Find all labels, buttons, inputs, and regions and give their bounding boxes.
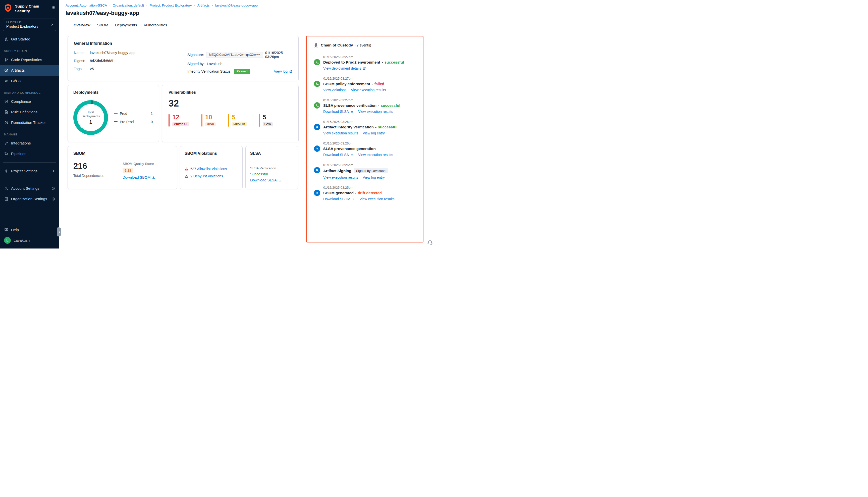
legend-value: 1 bbox=[151, 112, 153, 116]
custody-event-slsa-verification: 01/16/2025 03:27pm SLSA provenance verif… bbox=[314, 98, 416, 114]
sidebar-item-remediation-tracker[interactable]: Remediation Tracker bbox=[0, 117, 59, 128]
download-slsa-link[interactable]: Download SLSA bbox=[250, 178, 293, 182]
tab-overview[interactable]: Overview bbox=[74, 20, 90, 30]
download-sbom-link[interactable]: Download SBOM bbox=[323, 197, 355, 201]
view-violations-link[interactable]: View violations bbox=[323, 88, 346, 92]
harness-scs-logo bbox=[3, 3, 13, 13]
event-status: failed bbox=[375, 82, 384, 86]
severity-low: 5 LOW bbox=[259, 114, 273, 127]
sidebar-item-code-repositories[interactable]: Code Repositories bbox=[0, 55, 59, 65]
scan-step-icon bbox=[314, 190, 320, 196]
view-execution-results-link[interactable]: View execution results bbox=[359, 197, 394, 201]
deny-list-violations-link[interactable]: 2 Deny list Violations bbox=[185, 174, 238, 178]
legend-swatch bbox=[114, 121, 117, 122]
tab-deployments[interactable]: Deployments bbox=[115, 20, 137, 30]
severity-count: 5 bbox=[232, 114, 247, 120]
breadcrumb-project[interactable]: Project: Product Exploratory bbox=[149, 3, 192, 7]
custody-timeline: 01/16/2025 03:27pm Deployed to Prod2 env… bbox=[314, 55, 416, 201]
sidebar-item-help[interactable]: Help bbox=[0, 224, 59, 235]
sidebar-item-label: Account Settings bbox=[11, 186, 40, 190]
sidebar-item-label: Artifacts bbox=[11, 68, 25, 72]
chevron-right-icon bbox=[52, 169, 55, 173]
divider bbox=[3, 221, 56, 221]
nav-section-supply-chain: SUPPLY CHAIN bbox=[0, 44, 59, 55]
card-title: SBOM Violations bbox=[185, 151, 238, 156]
view-execution-results-link[interactable]: View execution results bbox=[323, 175, 358, 180]
custody-event-policy-enforcement: 01/16/2025 03:27pm SBOM policy enforceme… bbox=[314, 77, 416, 92]
event-timestamp: 01/16/2025 03:27pm bbox=[323, 98, 416, 102]
severity-count: 12 bbox=[172, 114, 189, 120]
severity-high: 10 HIGH bbox=[201, 114, 216, 127]
sidebar-user[interactable]: L Lavakush bbox=[0, 235, 59, 245]
view-deployment-details-link[interactable]: View deployment details bbox=[323, 66, 366, 70]
pipeline-step-icon bbox=[314, 102, 320, 109]
breadcrumb-account[interactable]: Account: Automation-SSCA bbox=[66, 3, 107, 7]
breadcrumb-separator: › bbox=[194, 3, 195, 7]
sidebar-item-compliance[interactable]: Compliance bbox=[0, 96, 59, 107]
view-log-entry-link[interactable]: View log entry bbox=[363, 175, 385, 180]
sidebar-item-cicd[interactable]: ∞ CI/CD bbox=[0, 76, 59, 86]
event-status: successful bbox=[385, 60, 404, 64]
integrity-label: Integrity Verification Status: bbox=[187, 69, 232, 73]
breadcrumb: Account: Automation-SSCA › Organization:… bbox=[66, 3, 428, 7]
integrity-status-badge: Passed bbox=[234, 69, 250, 74]
download-icon bbox=[350, 153, 353, 157]
severity-bar bbox=[228, 114, 229, 127]
severity-breakdown: 12 CRITICAL 10 HIGH bbox=[169, 114, 292, 127]
organization-icon bbox=[4, 197, 8, 201]
view-execution-results-link[interactable]: View execution results bbox=[323, 131, 358, 135]
sidebar-item-project-settings[interactable]: Project Settings bbox=[0, 166, 59, 176]
support-chat-icon[interactable] bbox=[427, 240, 433, 245]
sidebar-collapse-handle[interactable] bbox=[57, 227, 61, 237]
download-slsa-link[interactable]: Download SLSA bbox=[323, 153, 353, 157]
breadcrumb-separator: › bbox=[146, 3, 147, 7]
breadcrumb-artifacts[interactable]: Artifacts bbox=[198, 3, 210, 7]
custody-event-sbom-generated: 01/16/2025 03:25pm SBOM generated - drif… bbox=[314, 186, 416, 201]
event-timestamp: 01/16/2025 03:26pm bbox=[323, 141, 416, 145]
sidebar-item-rule-definitions[interactable]: Rule Definitions bbox=[0, 107, 59, 117]
tab-sbom[interactable]: SBOM bbox=[97, 20, 108, 30]
sitemap-icon bbox=[314, 43, 318, 47]
project-selector[interactable]: PROJECT Product Exploratory bbox=[3, 18, 56, 31]
sbom-total-label: Total Dependencies bbox=[73, 174, 122, 178]
breadcrumb-organization[interactable]: Organization: default bbox=[113, 3, 144, 7]
view-execution-results-link[interactable]: View execution results bbox=[351, 88, 386, 92]
view-log-link[interactable]: View log bbox=[274, 69, 292, 73]
project-name: Product Exploratory bbox=[6, 24, 49, 28]
sidebar-item-integrations[interactable]: Integrations bbox=[0, 138, 59, 148]
severity-count: 5 bbox=[263, 114, 273, 120]
custody-event-slsa-generation: 01/16/2025 03:26pm SLSA provenance gener… bbox=[314, 141, 416, 157]
sidebar-item-pipelines[interactable]: Pipelines bbox=[0, 148, 59, 159]
info-icon[interactable] bbox=[52, 187, 55, 190]
content: General Information Name: lavakush07/eas… bbox=[59, 30, 434, 248]
severity-medium: 5 MEDIUM bbox=[228, 114, 247, 127]
sbom-quality-score-label: SBOM Quality Score bbox=[122, 162, 156, 166]
scan-step-icon bbox=[314, 167, 320, 173]
sidebar-item-label: Remediation Tracker bbox=[11, 120, 46, 125]
sidebar-item-label: Organization Settings bbox=[11, 197, 47, 201]
view-log-entry-link[interactable]: View log entry bbox=[363, 131, 385, 135]
sidebar-item-label: CI/CD bbox=[11, 79, 21, 83]
download-icon bbox=[278, 179, 282, 182]
custody-event-count: (7 events) bbox=[356, 43, 371, 47]
sidebar-item-account-settings[interactable]: Account Settings bbox=[0, 183, 59, 194]
info-icon[interactable] bbox=[52, 197, 55, 201]
severity-label: LOW bbox=[263, 122, 273, 126]
allow-list-violations-link[interactable]: 637 Allow list Violations bbox=[185, 167, 238, 171]
breadcrumb-artifact-name[interactable]: lavakush07/easy-buggy-app bbox=[215, 3, 258, 7]
vulnerabilities-total: 32 bbox=[169, 99, 292, 108]
signature-label: Signature: bbox=[187, 53, 204, 57]
sidebar-item-organization-settings[interactable]: Organization Settings bbox=[0, 194, 59, 204]
sidebar-item-artifacts[interactable]: Artifacts bbox=[0, 65, 59, 76]
slsa-status: Successful bbox=[250, 172, 293, 176]
sidebar-item-get-started[interactable]: Get Started bbox=[0, 34, 59, 44]
gear-icon bbox=[4, 169, 8, 173]
module-switcher-icon[interactable] bbox=[52, 5, 56, 10]
download-sbom-link[interactable]: Download SBOM bbox=[122, 175, 156, 180]
donut-center-label: Total Deployments bbox=[79, 110, 102, 118]
legend-item-pre-prod: Pre Prod 0 bbox=[114, 120, 153, 124]
view-execution-results-link[interactable]: View execution results bbox=[358, 153, 393, 157]
download-slsa-link[interactable]: Download SLSA bbox=[323, 110, 353, 114]
view-execution-results-link[interactable]: View execution results bbox=[358, 110, 393, 114]
tab-vulnerabilities[interactable]: Vulnerabilities bbox=[144, 20, 167, 30]
